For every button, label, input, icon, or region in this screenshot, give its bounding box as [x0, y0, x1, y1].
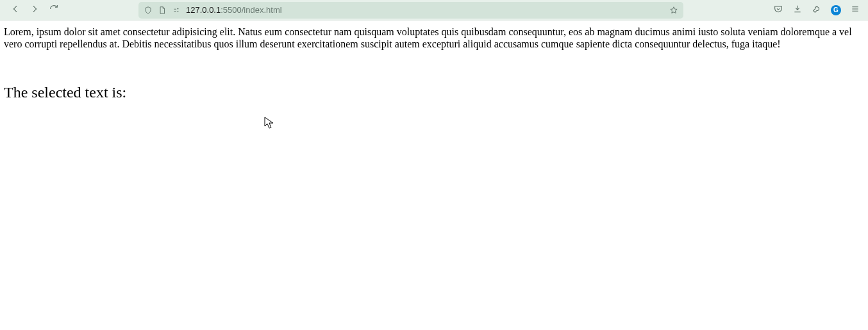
nav-button-group [6, 1, 63, 19]
toolbar-right-group: G [769, 1, 864, 19]
page-content: Lorem, ipsum dolor sit amet consectetur … [0, 21, 868, 107]
bookmark-star-icon[interactable] [669, 6, 678, 15]
page-icon [158, 6, 167, 15]
permissions-icon [172, 6, 181, 15]
url-text: 127.0.0.1:5500/index.html [186, 5, 282, 15]
lorem-paragraph: Lorem, ipsum dolor sit amet consectetur … [4, 26, 864, 50]
url-port-path: :5500/index.html [221, 5, 281, 15]
pocket-icon [773, 4, 783, 17]
devtools-button[interactable] [808, 1, 826, 19]
browser-toolbar: 127.0.0.1:5500/index.html G [0, 0, 868, 21]
wrench-icon [812, 4, 822, 17]
download-icon [792, 4, 803, 17]
back-button[interactable] [6, 1, 24, 19]
reload-icon [49, 4, 59, 17]
url-host: 127.0.0.1 [186, 5, 221, 15]
reload-button[interactable] [45, 1, 63, 19]
url-bar[interactable]: 127.0.0.1:5500/index.html [138, 2, 683, 19]
forward-icon [29, 4, 40, 17]
extension-badge-icon: G [831, 5, 841, 15]
pocket-button[interactable] [769, 1, 787, 19]
back-icon [10, 4, 21, 17]
menu-icon [850, 4, 860, 17]
forward-button[interactable] [26, 1, 44, 19]
shield-icon [144, 6, 153, 15]
app-menu-button[interactable] [846, 1, 864, 19]
selected-text-heading: The selected text is: [4, 83, 864, 102]
downloads-button[interactable] [789, 1, 806, 19]
extension-button[interactable]: G [827, 1, 845, 19]
